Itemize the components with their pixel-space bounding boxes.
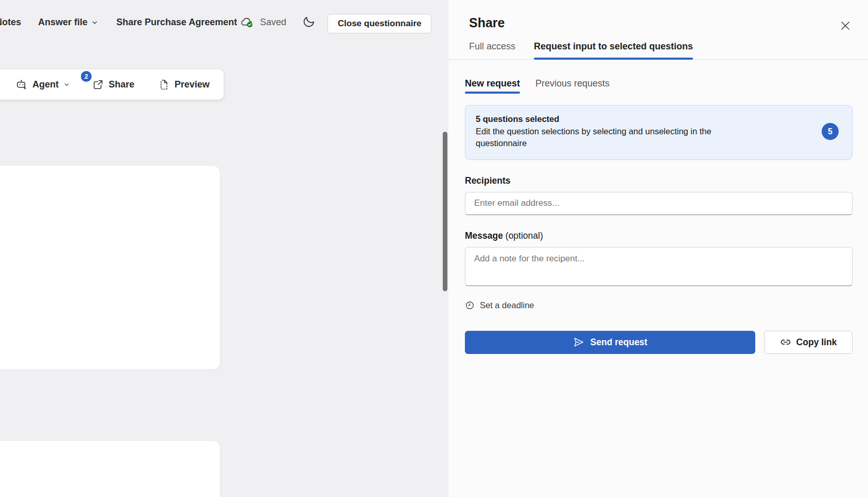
send-icon <box>573 336 584 348</box>
preview-label: Preview <box>175 79 210 90</box>
saved-status: Saved <box>260 17 286 28</box>
notes-label[interactable]: Notes <box>0 17 21 28</box>
floating-toolbar: Agent 2 Share <box>0 69 224 100</box>
questionnaire-card <box>0 441 220 497</box>
close-questionnaire-button[interactable]: Close questionnaire <box>327 14 431 33</box>
send-request-button[interactable]: Send request <box>465 331 755 354</box>
share-panel-body: New request Previous requests 5 question… <box>448 78 868 354</box>
questions-selected-info-box: 5 questions selected Edit the question s… <box>465 105 853 160</box>
recipients-email-input[interactable] <box>465 192 853 215</box>
tab-full-access[interactable]: Full access <box>469 41 515 59</box>
share-mode-tabs: Full access Request input to selected qu… <box>448 41 868 60</box>
tab-previous-requests[interactable]: Previous requests <box>535 78 610 94</box>
set-deadline-label: Set a deadline <box>480 300 534 310</box>
answer-file-label: Answer file <box>38 17 88 28</box>
message-label-text: Message <box>465 230 503 241</box>
info-box-description: Edit the question selections by selectin… <box>476 126 723 150</box>
answer-file-menu[interactable]: Answer file <box>38 17 98 28</box>
share-panel: Share Full access Request input to selec… <box>448 0 868 497</box>
message-note-textarea[interactable] <box>465 247 853 286</box>
chevron-down-icon <box>91 19 98 26</box>
copy-link-button[interactable]: Copy link <box>764 331 853 354</box>
close-panel-button[interactable] <box>836 16 855 35</box>
share-button[interactable]: Share <box>92 69 134 99</box>
tab-new-request[interactable]: New request <box>465 78 520 94</box>
questions-count-badge: 5 <box>822 123 839 140</box>
share-count-badge: 2 <box>81 71 92 82</box>
send-request-label: Send request <box>591 337 648 348</box>
top-bar: Notes Answer file Share Purchase Agreeme… <box>0 0 448 47</box>
share-panel-header: Share <box>448 0 868 35</box>
set-deadline-button[interactable]: Set a deadline <box>465 300 534 310</box>
copy-link-label: Copy link <box>796 337 837 348</box>
chevron-down-icon <box>63 81 70 88</box>
cloud-saved-icon <box>240 15 254 29</box>
share-panel-title: Share <box>469 15 505 30</box>
questionnaire-card <box>0 166 220 369</box>
scrollbar-thumb[interactable] <box>443 132 447 291</box>
document-title: Share Purchase Agreement <box>116 17 237 28</box>
tab-request-input[interactable]: Request input to selected questions <box>534 41 693 59</box>
action-buttons-row: Send request Copy link <box>465 331 853 354</box>
agent-bot-icon <box>15 78 28 91</box>
share-label: Share <box>109 79 134 90</box>
info-box-title: 5 questions selected <box>476 114 842 124</box>
dark-mode-moon-icon[interactable] <box>302 15 316 28</box>
close-icon <box>839 20 852 32</box>
agent-menu-button[interactable]: Agent <box>15 69 70 99</box>
link-icon <box>780 336 791 348</box>
request-sub-tabs: New request Previous requests <box>465 78 853 94</box>
share-arrow-icon <box>92 79 104 91</box>
recipients-label: Recipients <box>465 175 853 186</box>
message-optional-text: (optional) <box>506 230 543 241</box>
clock-icon <box>465 300 475 310</box>
preview-button[interactable]: Preview <box>158 69 210 99</box>
preview-document-icon <box>158 79 170 91</box>
agent-label: Agent <box>32 79 59 90</box>
message-label: Message (optional) <box>465 230 853 241</box>
